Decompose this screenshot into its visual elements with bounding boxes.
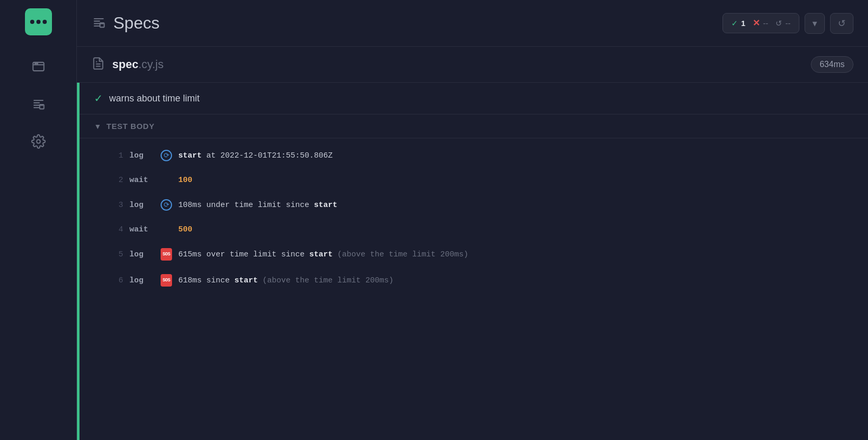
sidebar-item-settings[interactable] — [28, 131, 49, 152]
log-num: 2 — [111, 176, 123, 185]
svg-point-1 — [35, 63, 36, 64]
file-header: spec.cy.js 634ms — [77, 47, 868, 83]
pass-icon: ✓ — [731, 19, 738, 28]
header-left: Specs — [91, 14, 160, 33]
test-body-header[interactable]: ▼ TEST BODY — [80, 114, 868, 138]
main-panel: Specs ✓ 1 ✕ -- ↺ -- ▾ ↺ — [77, 0, 868, 440]
log-text: 615ms over time limit since start (above… — [178, 250, 468, 259]
sidebar-item-specs[interactable] — [28, 94, 49, 114]
log-sos-icon: SOS — [161, 275, 172, 286]
header: Specs ✓ 1 ✕ -- ↺ -- ▾ ↺ — [77, 0, 868, 47]
log-cmd: log — [129, 250, 154, 259]
test-result-row[interactable]: ✓ warns about time limit — [80, 83, 868, 114]
sidebar — [0, 0, 77, 440]
reload-icon: ↺ — [775, 19, 782, 28]
log-cmd: log — [129, 151, 154, 160]
sidebar-item-browser[interactable] — [28, 56, 49, 77]
log-entry[interactable]: 4 wait 500 — [80, 218, 868, 241]
log-text: 108ms under time limit since start — [178, 201, 337, 210]
log-entry[interactable]: 5 log SOS 615ms over time limit since st… — [80, 241, 868, 267]
file-header-left: spec.cy.js — [91, 57, 164, 72]
log-num: 5 — [111, 250, 123, 259]
header-right: ✓ 1 ✕ -- ↺ -- ▾ ↺ — [722, 13, 853, 34]
log-sos-icon: SOS — [161, 249, 172, 260]
stats-badge: ✓ 1 ✕ -- ↺ -- — [722, 13, 799, 33]
log-list: 1 log start at 2022-12-01T21:55:50.806Z … — [80, 138, 868, 297]
log-entry[interactable]: 3 log 108ms under time limit since start — [80, 192, 868, 218]
logo-dots — [30, 20, 47, 24]
log-text: 500 — [178, 225, 192, 234]
test-pass-icon: ✓ — [94, 92, 103, 105]
refresh-button[interactable]: ↺ — [830, 13, 853, 34]
log-num: 3 — [111, 201, 123, 210]
chevron-down-icon: ▼ — [94, 122, 101, 131]
log-circle-icon — [161, 150, 172, 161]
log-num: 6 — [111, 276, 123, 285]
log-cmd: log — [129, 201, 154, 210]
test-name: warns about time limit — [109, 93, 200, 104]
reload-count: -- — [785, 19, 791, 28]
log-cmd: wait — [129, 176, 154, 185]
log-text: 100 — [178, 176, 192, 185]
content-area: ✓ warns about time limit ▼ TEST BODY 1 l… — [77, 83, 868, 440]
fail-count: -- — [763, 19, 768, 28]
log-text: 618ms since start (above the time limit … — [178, 276, 393, 285]
svg-point-2 — [36, 63, 37, 64]
chevron-down-button[interactable]: ▾ — [805, 13, 825, 34]
log-circle-icon — [161, 199, 172, 211]
log-text: start at 2022-12-01T21:55:50.806Z — [178, 151, 333, 160]
pass-count: 1 — [741, 19, 745, 28]
file-name: spec.cy.js — [112, 58, 164, 71]
fail-icon: ✕ — [753, 18, 760, 29]
log-entry[interactable]: 1 log start at 2022-12-01T21:55:50.806Z — [80, 143, 868, 169]
log-cmd: wait — [129, 225, 154, 234]
log-cmd: log — [129, 276, 154, 285]
test-body-label: TEST BODY — [107, 122, 155, 131]
log-num: 1 — [111, 151, 123, 160]
log-entry[interactable]: 6 log SOS 618ms since start (above the t… — [80, 267, 868, 293]
svg-point-4 — [36, 140, 40, 144]
file-icon — [91, 57, 105, 72]
log-num: 4 — [111, 225, 123, 234]
app-logo[interactable] — [25, 8, 52, 35]
page-title: Specs — [113, 14, 160, 33]
specs-header-icon — [91, 15, 106, 32]
file-duration: 634ms — [811, 56, 853, 73]
test-content: ✓ warns about time limit ▼ TEST BODY 1 l… — [80, 83, 868, 440]
log-entry[interactable]: 2 wait 100 — [80, 169, 868, 192]
